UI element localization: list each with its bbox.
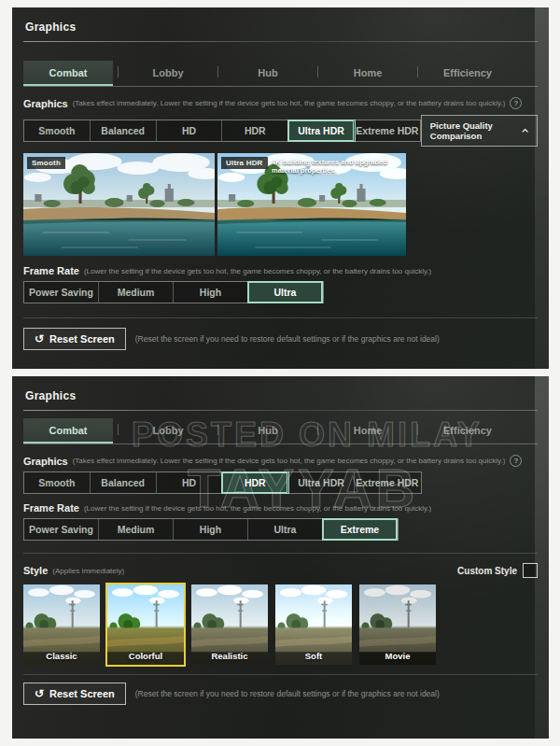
style-section-description: (Applies Immediately) <box>52 567 124 575</box>
reset-icon: ↺ <box>35 689 44 698</box>
title-divider <box>23 41 538 42</box>
tab-separator <box>118 424 119 435</box>
preview-tag-ultra-hdr: Ultra HDR <box>221 157 268 169</box>
graphics-section-description: (Takes effect immediately. Lower the set… <box>73 99 506 107</box>
preview-tag-smooth: Smooth <box>27 157 65 169</box>
tab-lobby[interactable]: Lobby <box>123 418 213 443</box>
panel-edge-texture <box>535 376 549 739</box>
custom-style-label: Custom Style <box>457 566 517 576</box>
page-title: Graphics <box>23 17 538 41</box>
graphics-option-hd[interactable]: HD <box>157 120 223 141</box>
tab-combat[interactable]: Combat <box>23 418 113 443</box>
quality-comparison-previews: Smooth Ultra HDR 4K building textures an… <box>23 153 538 256</box>
settings-tab-bar: Combat Lobby Hub Home Efficiency <box>23 418 538 443</box>
tab-combat[interactable]: Combat <box>23 61 113 86</box>
frame-rate-option-extreme[interactable]: Extreme <box>323 519 397 540</box>
frame-rate-section-description: (Lower the setting if the device gets to… <box>84 504 431 513</box>
frame-rate-option-ultra[interactable]: Ultra <box>248 519 323 540</box>
settings-tab-bar: Combat Lobby Hub Home Efficiency <box>23 61 538 86</box>
frame-rate-option-medium[interactable]: Medium <box>99 519 174 540</box>
tab-lobby[interactable]: Lobby <box>123 61 213 86</box>
tab-efficiency[interactable]: Efficiency <box>423 418 512 443</box>
style-option-colorful[interactable]: Colorful <box>107 584 184 665</box>
tab-separator <box>217 66 218 77</box>
frame-rate-section-label: Frame Rate <box>23 502 79 514</box>
tab-bar-divider <box>23 86 538 87</box>
frame-rate-selector: Power Saving Medium High Ultra <box>23 281 324 303</box>
tab-hub[interactable]: Hub <box>223 61 313 86</box>
picture-quality-comparison-label: Picture Quality Comparison <box>430 120 515 141</box>
graphics-option-hd[interactable]: HD <box>157 472 223 493</box>
graphics-option-hdr[interactable]: HDR <box>222 472 288 493</box>
panel-edge-texture <box>535 7 549 369</box>
style-option-movie[interactable]: Movie <box>359 584 436 665</box>
frame-rate-option-high[interactable]: High <box>174 282 248 303</box>
reset-screen-button[interactable]: ↺ Reset Screen <box>23 683 126 705</box>
tab-efficiency[interactable]: Efficiency <box>423 61 512 86</box>
chevron-up-icon <box>522 128 528 134</box>
graphics-settings-panel-top: Graphics Combat Lobby Hub Home Efficienc… <box>12 7 549 369</box>
style-option-classic[interactable]: Classic <box>23 584 100 665</box>
graphics-section-label: Graphics <box>23 98 68 109</box>
graphics-option-balanced[interactable]: Balanced <box>91 472 157 493</box>
tab-hub[interactable]: Hub <box>223 418 313 443</box>
picture-quality-comparison-button[interactable]: Picture Quality Comparison <box>421 115 538 147</box>
graphics-option-ultra-hdr[interactable]: Ultra HDR <box>288 472 355 493</box>
graphics-quality-selector: Smooth Balanced HD HDR Ultra HDR Extreme… <box>23 472 422 494</box>
graphics-section-label: Graphics <box>23 456 68 467</box>
style-option-realistic[interactable]: Realistic <box>191 584 268 665</box>
graphics-option-balanced[interactable]: Balanced <box>91 120 157 141</box>
frame-rate-option-high[interactable]: High <box>174 519 248 540</box>
tab-separator <box>417 66 418 77</box>
reset-note: (Reset the screen if you need to restore… <box>135 334 440 344</box>
tab-separator <box>118 66 119 77</box>
preview-image-ultra-hdr: Ultra HDR 4K building textures and upgra… <box>217 153 406 256</box>
preview-caption: 4K building textures and upgraded materi… <box>272 158 395 176</box>
frame-rate-option-medium[interactable]: Medium <box>99 282 174 303</box>
style-label-colorful: Colorful <box>107 651 184 661</box>
title-divider <box>23 410 538 411</box>
graphics-option-smooth[interactable]: Smooth <box>24 120 91 141</box>
frame-rate-section-description: (Lower the setting if the device gets to… <box>84 267 431 275</box>
reset-screen-label: Reset Screen <box>49 688 115 699</box>
tab-separator <box>317 424 318 435</box>
style-option-soft[interactable]: Soft <box>275 584 352 665</box>
frame-rate-option-power-saving[interactable]: Power Saving <box>24 282 99 303</box>
graphics-option-extreme-hdr[interactable]: Extreme HDR <box>355 472 420 493</box>
frame-rate-option-power-saving[interactable]: Power Saving <box>24 519 99 540</box>
graphics-settings-panel-bottom: Graphics Combat Lobby Hub Home Efficienc… <box>12 376 549 739</box>
help-icon[interactable]: ? <box>510 455 522 467</box>
style-thumbnails: Classic Colorful Realistic Soft Movie <box>23 584 538 665</box>
reset-screen-label: Reset Screen <box>49 333 115 345</box>
tab-home[interactable]: Home <box>323 61 413 86</box>
preview-image-smooth: Smooth <box>23 153 215 256</box>
tab-bar-divider <box>23 443 538 444</box>
graphics-quality-selector: Smooth Balanced HD HDR Ultra HDR Extreme… <box>23 120 421 142</box>
graphics-option-smooth[interactable]: Smooth <box>24 472 91 493</box>
page-title: Graphics <box>23 386 538 410</box>
reset-screen-button[interactable]: ↺ Reset Screen <box>23 328 126 350</box>
graphics-section-description: (Takes effect immediately. Lower the set… <box>73 457 506 465</box>
style-label-classic: Classic <box>23 651 100 661</box>
footer-divider <box>23 674 538 675</box>
style-label-realistic: Realistic <box>191 651 268 661</box>
section-divider <box>23 553 538 554</box>
tab-home[interactable]: Home <box>323 418 413 443</box>
graphics-option-ultra-hdr[interactable]: Ultra HDR <box>288 120 355 141</box>
style-label-soft: Soft <box>275 651 352 661</box>
reset-icon: ↺ <box>35 334 44 344</box>
tab-separator <box>217 424 218 435</box>
frame-rate-option-ultra[interactable]: Ultra <box>248 282 322 303</box>
frame-rate-selector: Power Saving Medium High Ultra Extreme <box>23 518 399 541</box>
tab-separator <box>417 424 418 435</box>
style-label-movie: Movie <box>359 651 436 661</box>
frame-rate-section-label: Frame Rate <box>23 265 79 276</box>
tab-separator <box>317 66 318 77</box>
reset-note: (Reset the screen if you need to restore… <box>135 689 440 698</box>
style-section-label: Style <box>23 565 48 576</box>
graphics-option-hdr[interactable]: HDR <box>222 120 288 141</box>
help-icon[interactable]: ? <box>510 97 522 109</box>
footer-divider <box>23 317 538 318</box>
graphics-option-extreme-hdr[interactable]: Extreme HDR <box>355 120 420 141</box>
